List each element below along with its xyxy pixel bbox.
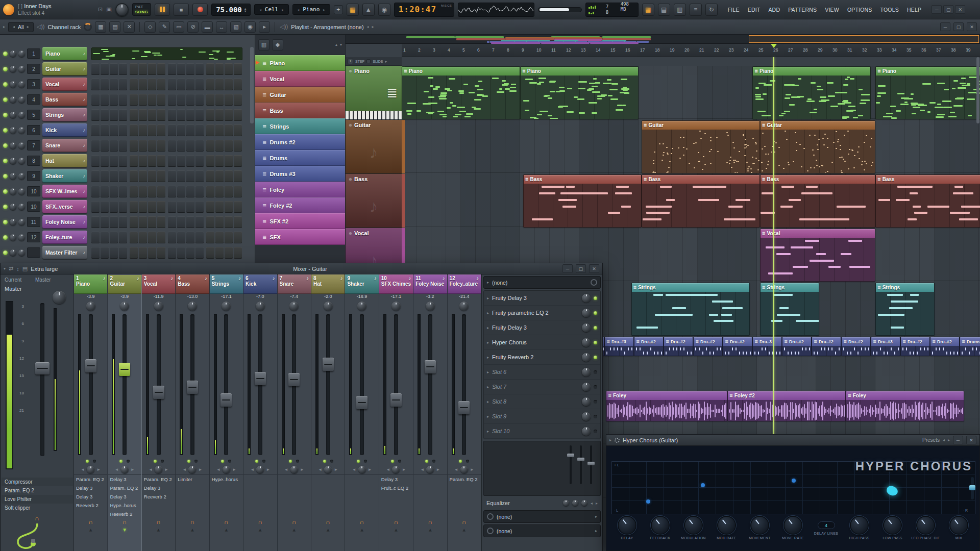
playlist-timeline-ruler[interactable]: 1234567891011121314151617181920212223242… [402,44,980,57]
playlist-clip[interactable]: ≣Vocal [760,229,875,282]
clip-header[interactable]: ≣Dru..#3 [871,337,900,346]
playlist-speaker-icon[interactable]: ◁)) [280,23,288,30]
channel-pan-knob[interactable] [10,234,16,241]
strip-stereo-knob[interactable] [459,302,469,311]
clip-header[interactable]: ≣Strings [761,283,819,292]
playlist-clip[interactable]: ≣Dru..#2 [693,337,723,356]
channel-pan-knob[interactable] [10,249,16,256]
channel-button[interactable]: SFX..verse♪ [42,200,87,213]
channel-button[interactable]: Bass♪ [42,93,87,106]
track-mute-dot[interactable] [349,178,352,181]
strip-fx-item[interactable] [413,492,447,501]
step-cell[interactable] [119,124,127,136]
step-cell[interactable] [110,63,118,75]
pan-left-icon[interactable]: ◄ [386,467,390,472]
playlist-clip[interactable]: ≣Piano [875,66,980,119]
step-cell[interactable] [91,155,100,167]
step-cell[interactable] [215,201,224,213]
step-cell[interactable] [139,216,147,228]
generator-selector[interactable]: ▸ (none) [483,276,601,289]
playlist-overview-bar[interactable] [346,35,980,44]
step-cell[interactable] [234,94,242,106]
playhead-marker-icon[interactable] [771,44,777,51]
strip-solo-dot[interactable] [228,460,231,463]
step-cell[interactable] [101,170,109,182]
channel-pan-knob[interactable] [10,142,16,149]
step-cell[interactable] [119,140,127,152]
channel-volume-knob[interactable] [18,158,25,164]
step-cell[interactable] [177,140,185,152]
menu-options[interactable]: OPTIONS [844,5,876,15]
step-cell[interactable] [177,216,185,228]
slot-arrow-icon[interactable]: ▸ [487,429,489,434]
strip-fx-item[interactable] [311,492,345,501]
step-cell[interactable] [225,201,233,213]
step-cell[interactable] [91,186,100,197]
shuffle-slider[interactable] [538,7,582,12]
chorus-voice-dot[interactable] [646,499,650,504]
step-cell[interactable] [168,124,176,136]
channel-mixer-target[interactable]: 5 [27,110,40,120]
step-cell[interactable] [234,109,242,121]
strip-mute-led[interactable] [357,460,360,463]
playlist-minimize-button[interactable]: ─ [940,22,950,31]
channel-mute-led[interactable] [3,82,8,87]
picker-down-icon[interactable]: ▾ [340,42,342,47]
strip-pan-knob[interactable] [358,466,366,473]
pattern-item[interactable]: ▶≣Piano [255,55,345,71]
browser-toggle-icon[interactable]: ≡ [690,4,702,16]
strip-fx-item[interactable] [448,501,481,510]
strip-fx-item[interactable] [243,475,277,484]
channel-mixer-target[interactable]: 10 [27,186,40,196]
strip-mute-led[interactable] [255,460,258,463]
slot-mix-knob[interactable] [582,383,591,391]
step-cell[interactable] [157,201,165,213]
step-cell[interactable] [186,94,194,106]
pan-right-icon[interactable]: ► [164,467,168,472]
slot-enable-led[interactable] [594,296,597,300]
step-cell[interactable] [195,63,204,75]
channel-button[interactable]: Guitar♪ [42,62,87,76]
step-cell[interactable] [148,63,156,75]
step-cell[interactable] [234,170,242,182]
strip-fx-item[interactable] [142,510,175,518]
channel-mute-led[interactable] [3,189,8,194]
step-cell[interactable] [119,216,127,228]
step-cell[interactable] [225,247,233,259]
strip-fx-item[interactable]: Reeverb 2 [142,492,175,501]
channel-mute-led[interactable] [3,220,8,224]
pan-left-icon[interactable]: ◄ [250,467,254,472]
mixer-strip[interactable]: 10♪SFX Chimes-17.1◄►Delay 3Fruit..c EQ 2… [379,274,413,551]
strip-headphone-icon[interactable]: ∩ [74,518,107,527]
strip-fx-item[interactable] [278,501,311,510]
strip-pan-knob[interactable] [460,466,468,473]
strip-fx-item[interactable] [243,484,277,492]
strip-route-arrow-icon[interactable]: ▲ [278,527,311,535]
strip-fx-item[interactable]: Reeverb 2 [108,510,141,518]
playlist-clip[interactable]: ≣Guitar [642,120,760,173]
strip-fx-item[interactable] [448,484,481,492]
step-cell[interactable] [139,247,147,259]
pan-right-icon[interactable]: ► [334,467,338,472]
mute-tool-icon[interactable]: ▬ [202,21,213,33]
preset-next-icon[interactable]: ▸ [948,438,950,442]
tab-current[interactable]: Current [5,277,21,283]
sync-icon[interactable]: ↻ [705,4,718,16]
strip-fx-item[interactable]: Delay 3 [108,475,141,484]
strip-pan-knob[interactable] [426,466,434,473]
step-cell[interactable] [157,216,165,228]
clip-header[interactable]: ≣Dru..#2 [634,337,663,346]
step-cell[interactable] [177,247,185,259]
eq-freq1-knob[interactable] [563,500,569,506]
step-cell[interactable] [215,109,224,121]
strip-headphone-icon[interactable]: ∩ [311,518,345,527]
feedback-knob[interactable] [652,517,669,534]
step-cell[interactable] [101,63,109,75]
fx-slot[interactable]: ▸Slot 9 [484,409,600,424]
mixer-strip[interactable]: 3♪Vocal-11.9◄►Param. EQ 2Delay 3Reeverb … [142,274,176,551]
menu-tools[interactable]: TOOLS [877,5,902,15]
clip-header[interactable]: ≣Guitar [642,121,760,130]
layers-icon[interactable]: ▣ [106,6,111,13]
step-cell[interactable] [225,79,233,90]
high-pass-knob[interactable] [851,517,868,534]
